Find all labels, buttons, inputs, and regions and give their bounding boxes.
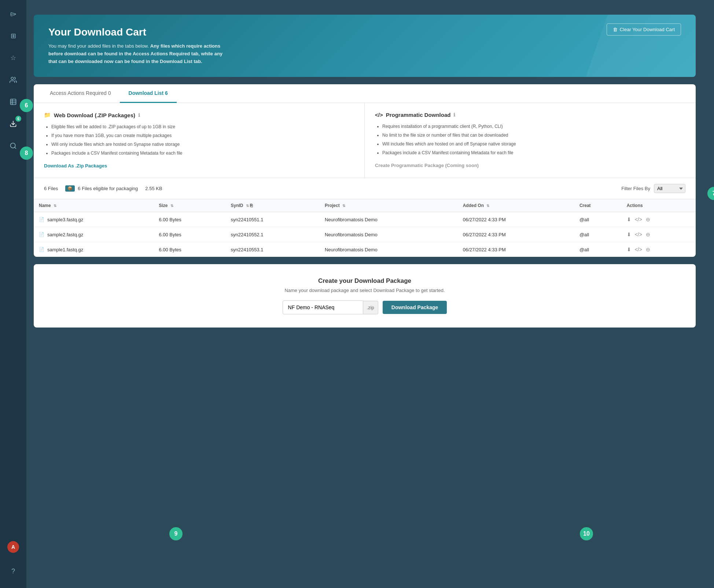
programmatic-download-section: </> Programmatic Download ℹ Requires ins… — [365, 103, 696, 178]
web-bullet-2: If you have more than 1GB, you can creat… — [51, 132, 354, 139]
download-badge: 6 — [15, 116, 21, 122]
row3-created: @all — [574, 242, 622, 257]
row3-code-action[interactable]: </> — [635, 247, 642, 252]
sort-icon-name[interactable]: ⇅ — [54, 204, 56, 208]
sidebar-item-search[interactable] — [7, 139, 20, 152]
programmatic-info-icon[interactable]: ℹ — [453, 112, 455, 118]
main-panel: Access Actions Required 0 Download List … — [34, 84, 696, 257]
col-size: Size ⇅ — [154, 199, 225, 212]
table-header-row: Name ⇅ Size ⇅ SynID ⇅ ⎘ Project ⇅ Added … — [34, 199, 696, 212]
row1-code-action[interactable]: </> — [635, 217, 642, 222]
row1-name: 📄 sample3.fastq.gz — [34, 212, 154, 227]
row2-created: @all — [574, 227, 622, 242]
main-content-area: 6 8 7 9 10 Your Download Cart You may fi… — [26, 0, 714, 588]
file-count: 6 Files — [44, 186, 58, 191]
eligible-count: 📦 6 Files eligible for packaging — [65, 185, 138, 192]
row3-size: 6.00 Bytes — [154, 242, 225, 257]
row2-download-action[interactable]: ⬇ — [627, 232, 631, 237]
sort-icon-size[interactable]: ⇅ — [170, 204, 173, 208]
row2-added-on: 06/27/2022 4:33 PM — [458, 227, 574, 242]
table-row: 📄 sample2.fastq.gz 6.00 Bytes syn2241055… — [34, 227, 696, 242]
row3-added-on: 06/27/2022 4:33 PM — [458, 242, 574, 257]
row3-remove-action[interactable]: ⊖ — [646, 247, 650, 252]
clear-cart-button[interactable]: 🗑 Clear Your Download Cart — [607, 23, 681, 36]
total-size: 2.55 KB — [145, 186, 162, 191]
package-form: .zip Download Package — [47, 300, 682, 314]
row3-project: Neurofibromatosis Demo — [320, 242, 458, 257]
filter-label: Filter Files By — [621, 186, 650, 191]
create-programmatic-link: Create Programmatic Package (Coming soon… — [375, 163, 479, 168]
col-synid: SynID ⇅ ⎘ — [226, 199, 320, 212]
tab-download-list[interactable]: Download List 6 — [120, 84, 177, 103]
tab-access-actions[interactable]: Access Actions Required 0 — [41, 84, 120, 103]
tab-access-label: Access Actions Required 0 — [50, 90, 111, 96]
col-name: Name ⇅ — [34, 199, 154, 212]
package-input-wrap: .zip — [283, 300, 378, 314]
file-table: Name ⇅ Size ⇅ SynID ⇅ ⎘ Project ⇅ Added … — [34, 199, 696, 257]
trash-icon: 🗑 — [613, 27, 618, 32]
sort-icon-project[interactable]: ⇅ — [342, 204, 345, 208]
programmatic-download-title: </> Programmatic Download ℹ — [375, 112, 685, 118]
row1-actions: ⬇ </> ⊖ — [622, 212, 696, 227]
web-bullet-4: Packages include a CSV Manifest containi… — [51, 150, 354, 156]
svg-rect-1 — [11, 99, 16, 105]
svg-point-0 — [11, 77, 14, 80]
row1-download-action[interactable]: ⬇ — [627, 217, 631, 222]
filter-select[interactable]: All Eligible Ineligible — [654, 184, 685, 193]
file-icon-3: 📄 — [39, 247, 44, 252]
programmatic-download-bullets: Requires installation of a programmatic … — [375, 123, 685, 156]
zip-suffix-label: .zip — [363, 301, 378, 314]
package-name-input[interactable] — [283, 300, 363, 314]
download-sections: 📁 Web Download (.ZIP Packages) ℹ Eligibl… — [34, 103, 696, 178]
row1-synid: syn22410551.1 — [226, 212, 320, 227]
clear-cart-label: Clear Your Download Cart — [620, 27, 675, 32]
sort-icon-synid[interactable]: ⇅ — [246, 204, 249, 208]
annotation-8: 8 — [20, 147, 33, 160]
row3-download-action[interactable]: ⬇ — [627, 247, 631, 252]
table-row: 📄 sample1.fastq.gz 6.00 Bytes syn2241055… — [34, 242, 696, 257]
web-info-icon[interactable]: ℹ — [138, 112, 140, 118]
svg-line-4 — [15, 147, 16, 149]
annotation-10: 10 — [580, 527, 593, 540]
package-subtitle: Name your download package and select Do… — [47, 288, 682, 293]
row2-size: 6.00 Bytes — [154, 227, 225, 242]
annotation-9: 9 — [169, 527, 183, 540]
help-icon[interactable]: ? — [7, 565, 20, 578]
file-icon-1: 📄 — [39, 217, 44, 222]
sidebar-item-chart[interactable] — [7, 95, 20, 108]
row3-actions: ⬇ </> ⊖ — [622, 242, 696, 257]
row2-project: Neurofibromatosis Demo — [320, 227, 458, 242]
row2-remove-action[interactable]: ⊖ — [646, 232, 650, 237]
header-description: You may find your added files in the tab… — [48, 42, 224, 65]
sidebar-item-grid[interactable]: ⊞ — [7, 29, 20, 42]
file-info-bar: 6 Files 📦 6 Files eligible for packaging… — [34, 178, 696, 199]
download-zip-link[interactable]: Download As .Zip Packages — [44, 163, 107, 169]
row1-created: @all — [574, 212, 622, 227]
row1-remove-action[interactable]: ⊖ — [646, 217, 650, 222]
sidebar: ⌲ ⊞ ☆ 6 A ? — [0, 0, 26, 588]
sidebar-item-download[interactable]: 6 — [7, 117, 20, 130]
user-avatar[interactable]: A — [7, 541, 19, 553]
file-icon-2: 📄 — [39, 232, 44, 237]
package-title: Create your Download Package — [47, 277, 682, 285]
sidebar-item-users[interactable] — [7, 73, 20, 86]
sort-icon-added[interactable]: ⇅ — [486, 204, 489, 208]
row1-project: Neurofibromatosis Demo — [320, 212, 458, 227]
sidebar-item-star[interactable]: ☆ — [7, 51, 20, 64]
tab-download-label: Download List 6 — [129, 90, 168, 96]
table-row: 📄 sample3.fastq.gz 6.00 Bytes syn2241055… — [34, 212, 696, 227]
sidebar-item-share[interactable]: ⌲ — [7, 7, 20, 21]
web-bullet-1: Eligible files will be added to .ZIP pac… — [51, 123, 354, 130]
package-icon: 📦 — [65, 185, 75, 192]
download-package-button[interactable]: Download Package — [383, 301, 447, 314]
web-download-title: 📁 Web Download (.ZIP Packages) ℹ — [44, 112, 354, 118]
prog-bullet-3: Will include files which are hosted on a… — [382, 141, 685, 147]
prog-bullet-2: No limit to the file size or number of f… — [382, 132, 685, 138]
code-icon: </> — [375, 112, 383, 118]
web-download-section: 📁 Web Download (.ZIP Packages) ℹ Eligibl… — [34, 103, 365, 178]
annotation-6: 6 — [20, 99, 33, 112]
row2-name: 📄 sample2.fastq.gz — [34, 227, 154, 242]
copy-icon[interactable]: ⎘ — [250, 203, 253, 208]
annotation-7: 7 — [707, 187, 714, 200]
row2-code-action[interactable]: </> — [635, 232, 642, 237]
